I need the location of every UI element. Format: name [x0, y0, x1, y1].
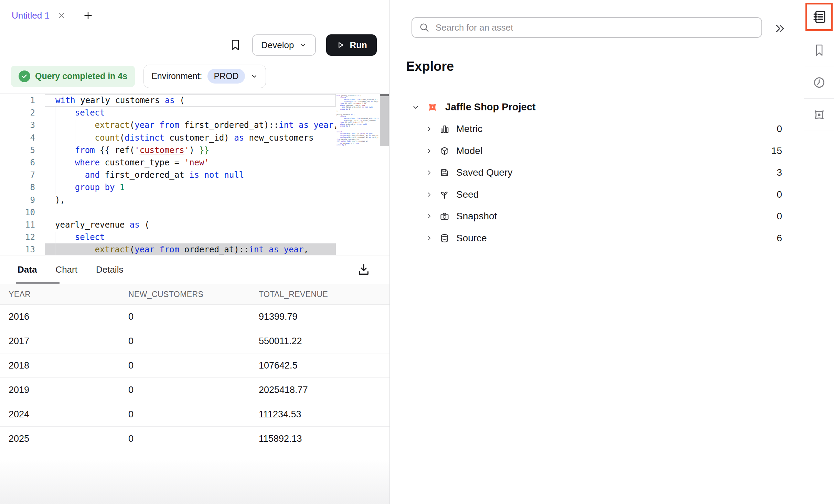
- run-label: Run: [350, 40, 367, 51]
- item-label: Seed: [456, 189, 479, 200]
- item-label: Source: [456, 233, 487, 244]
- environment-selector[interactable]: Environment: PROD: [143, 65, 266, 88]
- ide-window: Untitled 1 Develop Run: [0, 0, 834, 504]
- metric-icon: [440, 124, 449, 134]
- results-table: YEARNEW_CUSTOMERSTOTAL_REVENUE2016091399…: [0, 284, 389, 451]
- results-tab-data[interactable]: Data: [18, 264, 37, 275]
- tab-untitled-1[interactable]: Untitled 1: [0, 0, 73, 31]
- results-tab-bar: DataChartDetails: [0, 255, 389, 284]
- editor-scrollbar[interactable]: [380, 94, 389, 146]
- line-number: 1: [0, 94, 35, 107]
- project-row[interactable]: Jaffle Shop Project: [390, 96, 803, 118]
- results-tab-chart[interactable]: Chart: [55, 264, 77, 275]
- table-cell: 2025418.77: [259, 385, 389, 395]
- item-label: Metric: [456, 123, 482, 134]
- line-number: 4: [0, 132, 35, 144]
- line-number: 5: [0, 144, 35, 156]
- bookmark-icon[interactable]: [229, 37, 242, 53]
- item-count: 0: [777, 211, 803, 222]
- code-line: with yearly_customers as (: [45, 94, 336, 107]
- table-row[interactable]: 20240111234.53: [0, 402, 389, 427]
- sidebar-item-seed[interactable]: Seed0: [390, 184, 803, 206]
- sidebar-item-model[interactable]: Model15: [390, 140, 803, 162]
- line-number: 7: [0, 169, 35, 181]
- rail-button-history[interactable]: [804, 66, 834, 99]
- item-count: 6: [777, 233, 803, 244]
- table-row[interactable]: 20180107642.5: [0, 353, 389, 378]
- scrollbar-thumb[interactable]: [380, 94, 389, 96]
- code-line: extract(year from first_ordered_at)::int…: [45, 119, 336, 131]
- sidebar-item-metric[interactable]: Metric0: [390, 118, 803, 140]
- rail-button-catalog[interactable]: [804, 0, 834, 34]
- editor-minimap[interactable]: with yearly_customers as ( select extrac…: [336, 95, 378, 146]
- rail-button-lineage[interactable]: [804, 99, 834, 131]
- caret-right-icon[interactable]: [425, 147, 433, 155]
- download-icon[interactable]: [355, 261, 372, 278]
- table-row[interactable]: 201902025418.77: [0, 378, 389, 402]
- sidebar-item-snapshot[interactable]: Snapshot0: [390, 206, 803, 228]
- asset-search-box[interactable]: [411, 17, 762, 38]
- caret-right-icon[interactable]: [425, 234, 433, 242]
- new-tab-button[interactable]: [81, 8, 95, 23]
- column-header: YEAR: [0, 290, 128, 299]
- code-lines: with yearly_customers as ( select extrac…: [45, 94, 336, 255]
- code-line: select: [45, 107, 336, 119]
- table-cell: 0: [128, 360, 259, 371]
- caret-down-icon[interactable]: [411, 103, 420, 111]
- project-name: Jaffle Shop Project: [445, 101, 536, 113]
- query-status-badge: Query completed in 4s: [11, 66, 135, 87]
- develop-label: Develop: [261, 40, 294, 51]
- sql-code-editor[interactable]: 12345678910111213 with yearly_customers …: [0, 93, 389, 255]
- table-cell: 2017: [0, 336, 128, 347]
- caret-right-icon[interactable]: [425, 169, 433, 176]
- item-count: 0: [777, 189, 803, 200]
- tab-bar: Untitled 1: [0, 0, 389, 31]
- table-row[interactable]: 20170550011.22: [0, 329, 389, 353]
- code-line: and first_ordered_at is not null: [45, 169, 336, 181]
- code-line: from {{ ref('customers') }}: [45, 144, 336, 156]
- code-line: extract(year from ordered_at)::int as ye…: [45, 243, 336, 255]
- item-count: 0: [777, 123, 803, 134]
- model-icon: [440, 146, 449, 156]
- line-number: 11: [0, 219, 35, 231]
- table-cell: 91399.79: [259, 311, 389, 322]
- close-tab-icon[interactable]: [57, 11, 66, 20]
- table-cell: 0: [128, 434, 259, 444]
- saved-query-icon: [440, 168, 449, 177]
- table-cell: 2025: [0, 434, 128, 444]
- caret-right-icon[interactable]: [425, 212, 433, 220]
- line-number: 10: [0, 206, 35, 219]
- caret-right-icon[interactable]: [425, 191, 433, 198]
- indent-guide: [55, 107, 55, 195]
- table-cell: 2019: [0, 385, 128, 395]
- sidebar-item-saved-query[interactable]: Saved Query3: [390, 162, 803, 184]
- caret-right-icon[interactable]: [425, 125, 433, 133]
- line-number: 9: [0, 194, 35, 206]
- sidebar-item-source[interactable]: Source6: [390, 227, 803, 249]
- dbt-logo-icon: [427, 101, 438, 113]
- rail-button-bookmark[interactable]: [804, 34, 834, 66]
- snapshot-icon: [440, 211, 449, 221]
- table-row[interactable]: 2016091399.79: [0, 305, 389, 329]
- table-header-row: YEARNEW_CUSTOMERSTOTAL_REVENUE: [0, 284, 389, 305]
- run-button[interactable]: Run: [326, 34, 377, 56]
- collapse-panel-icon[interactable]: [773, 21, 787, 36]
- results-tab-details[interactable]: Details: [96, 264, 123, 275]
- line-number: 12: [0, 231, 35, 243]
- table-cell: 115892.13: [259, 434, 389, 444]
- column-header: NEW_CUSTOMERS: [128, 290, 259, 299]
- develop-dropdown[interactable]: Develop: [252, 34, 316, 56]
- chevron-down-icon: [250, 73, 258, 80]
- check-circle-icon: [19, 70, 30, 82]
- search-input[interactable]: [435, 22, 755, 33]
- line-number: 6: [0, 156, 35, 169]
- table-cell: 0: [128, 409, 259, 420]
- table-cell: 0: [128, 336, 259, 347]
- code-line: ),: [45, 194, 336, 206]
- chevron-down-icon: [299, 41, 307, 49]
- line-number-gutter: 12345678910111213: [0, 94, 35, 255]
- table-row[interactable]: 20250115892.13: [0, 427, 389, 451]
- tab-title: Untitled 1: [12, 10, 50, 21]
- query-status-text: Query completed in 4s: [35, 71, 127, 81]
- history-icon: [813, 76, 826, 89]
